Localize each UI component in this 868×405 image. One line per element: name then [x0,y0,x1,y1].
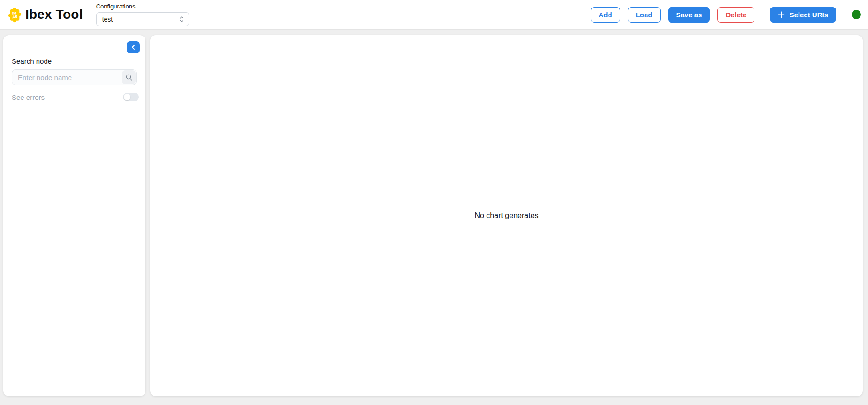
logo-group: IM AS Ibex Tool [6,6,83,23]
see-errors-toggle-knob [124,94,130,100]
see-errors-label: See errors [12,93,45,101]
add-button[interactable]: Add [591,7,620,22]
chevron-left-icon [130,45,136,50]
app-header: IM AS Ibex Tool Configurations test Add … [0,0,868,30]
header-actions: Add Load Save as Delete Select URIs [591,5,861,24]
sidebar-panel: Search node See errors [3,35,145,396]
see-errors-row: See errors [12,93,140,101]
app-title: Ibex Tool [25,7,83,22]
see-errors-toggle[interactable] [123,93,139,101]
chevron-updown-icon [179,15,184,23]
empty-chart-message: No chart generates [474,211,538,220]
load-button[interactable]: Load [628,7,661,22]
search-node-field [12,69,137,85]
configuration-select-value: test [102,15,113,23]
header-divider [762,5,762,24]
puzzle-logo-icon: IM AS [6,6,23,23]
save-as-button[interactable]: Save as [668,7,710,22]
configuration-select[interactable]: test [96,12,189,26]
content-area: Search node See errors No chart generate… [0,30,868,405]
header-divider [844,5,844,24]
search-node-input[interactable] [12,69,137,85]
configurations-label: Configurations [96,3,189,10]
search-node-label: Search node [12,57,140,65]
select-uris-label: Select URIs [789,11,828,19]
status-indicator-dot [852,10,861,19]
configurations-group: Configurations test [96,3,189,26]
delete-button[interactable]: Delete [717,7,754,22]
select-uris-button[interactable]: Select URIs [770,7,836,22]
plus-icon [778,11,785,18]
search-icon [125,74,133,81]
chart-panel: No chart generates [150,35,863,396]
sidebar-collapse-button[interactable] [127,41,140,53]
search-button[interactable] [122,70,136,84]
svg-text:AS: AS [12,15,18,19]
